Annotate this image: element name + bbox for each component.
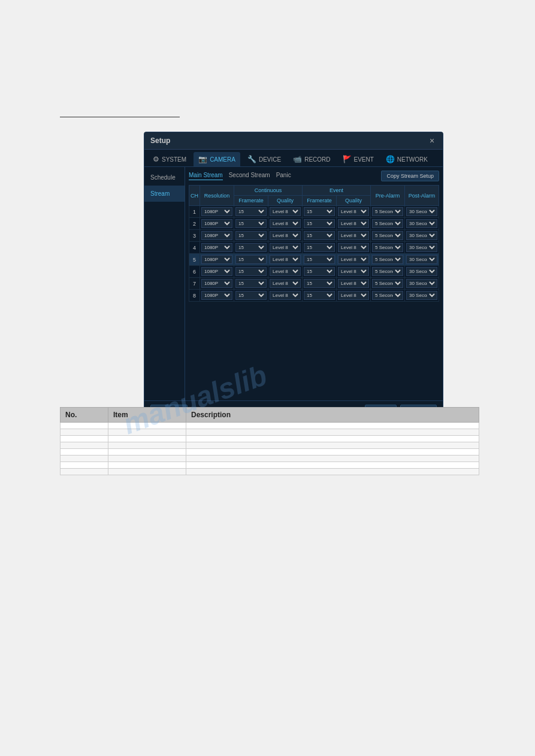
cell-framerate: 15	[234, 218, 268, 230]
device-icon: 🔧	[247, 155, 256, 163]
cell-quality: Level 8	[268, 218, 303, 230]
tab-record[interactable]: 📹 RECORD	[288, 152, 335, 166]
event-quality-select[interactable]: Level 8	[338, 279, 369, 288]
framerate-select[interactable]: 15	[235, 243, 267, 252]
stream-table: CH Resolution Continuous Event Pre-Alarm…	[189, 185, 439, 302]
sub-tab-main-stream[interactable]: Main Stream	[189, 172, 223, 180]
col-framerate: Framerate	[234, 196, 268, 206]
event-quality-select[interactable]: Level 8	[338, 207, 369, 216]
tab-system-label: SYSTEM	[162, 156, 186, 163]
tab-camera[interactable]: 📷 CAMERA	[194, 152, 240, 166]
info-no	[61, 429, 108, 436]
framerate-select[interactable]: 15	[235, 231, 267, 240]
cell-resolution: 1080P	[200, 218, 234, 230]
post-alarm-select[interactable]: 30 Seconds	[406, 291, 437, 300]
event-framerate-select[interactable]: 15	[304, 279, 335, 288]
info-item	[108, 436, 186, 442]
cell-e-framerate: 15	[303, 290, 337, 302]
post-alarm-select[interactable]: 30 Seconds	[406, 231, 437, 240]
tab-record-label: RECORD	[304, 156, 330, 163]
event-framerate-select[interactable]: 15	[304, 267, 335, 276]
quality-select[interactable]: Level 8	[270, 267, 301, 276]
cell-resolution: 1080P	[200, 242, 234, 254]
pre-alarm-select[interactable]: 5 Seconds	[372, 231, 403, 240]
framerate-select[interactable]: 15	[235, 267, 267, 276]
resolution-select[interactable]: 1080P	[201, 231, 232, 240]
tab-device[interactable]: 🔧 DEVICE	[243, 152, 286, 166]
event-quality-select[interactable]: Level 8	[338, 231, 369, 240]
cell-resolution: 1080P	[200, 230, 234, 242]
dialog-body: Schedule Stream Main Stream Second Strea…	[144, 167, 443, 400]
cell-quality: Level 8	[268, 206, 303, 218]
resolution-select[interactable]: 1080P	[201, 291, 232, 300]
resolution-select[interactable]: 1080P	[201, 255, 232, 264]
framerate-select[interactable]: 15	[235, 291, 267, 300]
quality-select[interactable]: Level 8	[270, 291, 301, 300]
pre-alarm-select[interactable]: 5 Seconds	[372, 279, 403, 288]
sub-tab-second-stream[interactable]: Second Stream	[229, 172, 270, 180]
sub-tab-panic[interactable]: Panic	[276, 172, 291, 180]
quality-select[interactable]: Level 8	[270, 255, 301, 264]
event-quality-select[interactable]: Level 8	[338, 291, 369, 300]
cell-pre-alarm: 5 Seconds	[371, 242, 405, 254]
pre-alarm-select[interactable]: 5 Seconds	[372, 255, 403, 264]
sidebar-item-stream[interactable]: Stream	[144, 186, 185, 202]
pre-alarm-select[interactable]: 5 Seconds	[372, 219, 403, 228]
tab-system[interactable]: ⚙ SYSTEM	[148, 152, 191, 166]
info-desc	[186, 423, 479, 429]
info-item	[108, 423, 186, 429]
quality-select[interactable]: Level 8	[270, 207, 301, 216]
framerate-select[interactable]: 15	[235, 255, 267, 264]
quality-select[interactable]: Level 8	[270, 231, 301, 240]
post-alarm-select[interactable]: 30 Seconds	[406, 207, 437, 216]
quality-select[interactable]: Level 8	[270, 243, 301, 252]
info-col-item: Item	[108, 408, 186, 423]
quality-select[interactable]: Level 8	[270, 279, 301, 288]
camera-icon: 📷	[198, 155, 207, 163]
table-row: 5 1080P 15 Level 8 15	[189, 254, 439, 266]
system-icon: ⚙	[153, 155, 159, 163]
event-quality-select[interactable]: Level 8	[338, 267, 369, 276]
post-alarm-select[interactable]: 30 Seconds	[406, 267, 437, 276]
post-alarm-select[interactable]: 30 Seconds	[406, 243, 437, 252]
setup-dialog: Setup × ⚙ SYSTEM 📷 CAMERA 🔧 DEVICE 📹 REC…	[144, 132, 443, 421]
post-alarm-select[interactable]: 30 Seconds	[406, 255, 437, 264]
event-framerate-select[interactable]: 15	[304, 291, 335, 300]
cell-e-framerate: 15	[303, 242, 337, 254]
resolution-select[interactable]: 1080P	[201, 267, 232, 276]
framerate-select[interactable]: 15	[235, 279, 267, 288]
framerate-select[interactable]: 15	[235, 207, 267, 216]
close-button[interactable]: ×	[427, 136, 437, 145]
event-quality-select[interactable]: Level 8	[338, 243, 369, 252]
cell-ch: 4	[189, 242, 200, 254]
pre-alarm-select[interactable]: 5 Seconds	[372, 267, 403, 276]
copy-stream-setup-button[interactable]: Copy Stream Setup	[381, 171, 439, 181]
pre-alarm-select[interactable]: 5 Seconds	[372, 207, 403, 216]
tab-network[interactable]: 🌐 NETWORK	[381, 152, 433, 166]
event-quality-select[interactable]: Level 8	[338, 255, 369, 264]
quality-select[interactable]: Level 8	[270, 219, 301, 228]
event-framerate-select[interactable]: 15	[304, 243, 335, 252]
resolution-select[interactable]: 1080P	[201, 243, 232, 252]
framerate-select[interactable]: 15	[235, 219, 267, 228]
resolution-select[interactable]: 1080P	[201, 219, 232, 228]
pre-alarm-select[interactable]: 5 Seconds	[372, 291, 403, 300]
tab-device-label: DEVICE	[259, 156, 281, 163]
event-framerate-select[interactable]: 15	[304, 219, 335, 228]
cell-framerate: 15	[234, 290, 268, 302]
event-framerate-select[interactable]: 15	[304, 255, 335, 264]
cell-post-alarm: 30 Seconds	[405, 266, 439, 278]
info-no	[61, 423, 108, 429]
post-alarm-select[interactable]: 30 Seconds	[406, 219, 437, 228]
event-quality-select[interactable]: Level 8	[338, 219, 369, 228]
event-framerate-select[interactable]: 15	[304, 231, 335, 240]
resolution-select[interactable]: 1080P	[201, 207, 232, 216]
cell-e-quality: Level 8	[337, 290, 371, 302]
post-alarm-select[interactable]: 30 Seconds	[406, 279, 437, 288]
tab-event[interactable]: 🚩 EVENT	[338, 152, 379, 166]
event-framerate-select[interactable]: 15	[304, 207, 335, 216]
pre-alarm-select[interactable]: 5 Seconds	[372, 243, 403, 252]
sidebar-item-schedule[interactable]: Schedule	[144, 169, 185, 186]
info-no	[61, 456, 108, 462]
resolution-select[interactable]: 1080P	[201, 279, 232, 288]
